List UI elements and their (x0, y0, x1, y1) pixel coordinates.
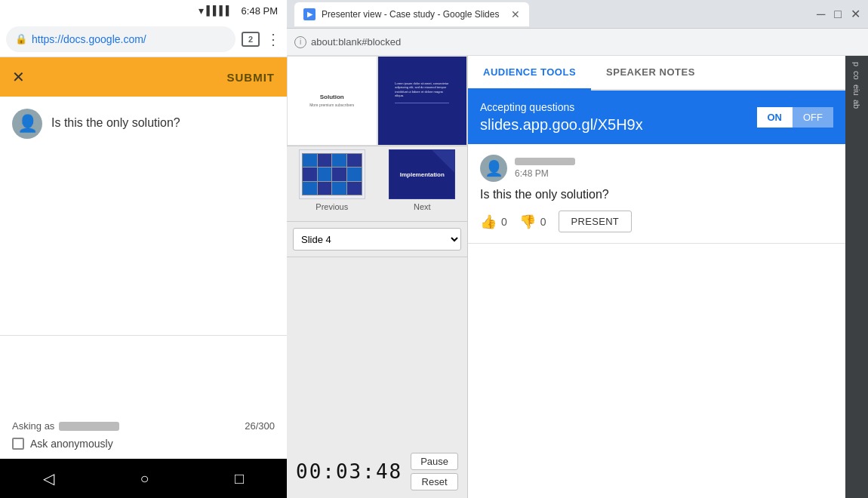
close-button[interactable]: ✕ (12, 68, 25, 86)
avatar: 👤 (12, 109, 42, 139)
slide-content-blue: Lorem ipsum dolor sit amet, consectetur … (392, 78, 452, 124)
info-icon: i (294, 36, 306, 48)
slide-selector-row: Slide 4 (287, 222, 467, 257)
tab-favicon: ▶ (303, 8, 315, 20)
previous-slide-label: Previous (315, 202, 348, 211)
impl-shape (432, 150, 454, 173)
char-divider (0, 335, 287, 336)
phone-app-bar: ✕ SUBMIT (0, 57, 287, 97)
menu-dots-button[interactable]: ⋮ (266, 30, 281, 48)
question-text-input[interactable]: Is this the only solution? (51, 109, 180, 131)
signal-icon: ▌▌▌▌ (207, 5, 232, 16)
q-meta: 6:48 PM (515, 158, 575, 179)
phone-chrome-bar: 🔒 https://docs.google.com/ 2 ⋮ (0, 21, 287, 57)
next-slide-label: Next (414, 202, 431, 211)
q-time: 6:48 PM (515, 168, 575, 179)
chrome-window-controls: ─ □ ✕ (817, 7, 860, 21)
ask-anonymously-label: Ask anonymously (30, 438, 113, 450)
minimize-button[interactable]: ─ (817, 8, 825, 21)
thumbs-down-icon[interactable]: 👎 (519, 214, 536, 230)
asking-row: Asking as 26/300 (12, 420, 275, 432)
top-slides: Solution More premium subscribers Lorem … (287, 56, 467, 146)
phone-content: 👤 Is this the only solution? (0, 97, 287, 411)
accepting-label: Accepting questions (480, 101, 643, 113)
status-icons: ▾ ▌▌▌▌ (199, 5, 232, 17)
ask-anonymously-checkbox[interactable] (12, 438, 24, 450)
thumbs-up-icon[interactable]: 👍 (480, 214, 497, 230)
slide-thumbnails: Solution More premium subscribers Lorem … (287, 56, 467, 445)
tab-audience-tools[interactable]: AUDIENCE TOOLS (468, 56, 591, 91)
pause-button[interactable]: Pause (411, 453, 458, 470)
downvote-group[interactable]: 👎 0 (519, 214, 546, 230)
timer-display: 00:03:48 (296, 460, 402, 483)
question-item: 👤 6:48 PM Is this the only solution? 👍 0 (468, 144, 845, 244)
tab-badge[interactable]: 2 (242, 32, 260, 47)
phone-panel: ▾ ▌▌▌▌ 6:48 PM 🔒 https://docs.google.com… (0, 0, 287, 498)
tab-close-icon[interactable]: ✕ (511, 8, 520, 20)
address-text[interactable]: about:blank#blocked (311, 36, 401, 48)
q-avatar-icon: 👤 (485, 159, 503, 177)
q-avatar: 👤 (480, 155, 507, 182)
recents-nav-icon[interactable]: □ (235, 470, 244, 487)
slide-subtitle: More premium subscribers (309, 103, 354, 108)
slide-panel: Solution More premium subscribers Lorem … (287, 56, 468, 498)
chrome-tab[interactable]: ▶ Presenter view - Case study - Google S… (294, 2, 529, 26)
toggle-on-button[interactable]: ON (757, 107, 793, 128)
chrome-title-bar: ▶ Presenter view - Case study - Google S… (287, 0, 868, 29)
submit-button[interactable]: SUBMIT (227, 71, 275, 84)
asking-name-blur (59, 422, 119, 431)
question-area: 👤 Is this the only solution? (12, 109, 275, 139)
upvote-count: 0 (501, 216, 507, 228)
timer-row: 00:03:48 Pause Reset (287, 445, 467, 498)
close-window-button[interactable]: ✕ (851, 7, 860, 21)
q-name-blur (515, 158, 575, 165)
avatar-icon: 👤 (17, 114, 38, 134)
accepting-info: Accepting questions slides.app.goo.gl/X5… (480, 101, 643, 134)
previous-slide-thumb[interactable]: Previous (287, 146, 377, 221)
reset-button[interactable]: Reset (411, 473, 458, 490)
url-text: https://docs.google.com/ (32, 33, 146, 45)
maximize-button[interactable]: □ (834, 8, 842, 21)
q-actions: 👍 0 👎 0 PRESENT (480, 211, 833, 232)
back-nav-icon[interactable]: ◁ (43, 469, 54, 487)
accepting-header: Accepting questions slides.app.goo.gl/X5… (468, 91, 845, 144)
timer-buttons: Pause Reset (411, 453, 458, 490)
slide-select[interactable]: Slide 4 (293, 228, 461, 251)
q-header: 👤 6:48 PM (480, 155, 833, 182)
home-nav-icon[interactable]: ○ (140, 470, 149, 487)
next-slide-thumb[interactable]: Implementation Next (377, 146, 468, 221)
phone-footer: Asking as 26/300 Ask anonymously (0, 411, 287, 459)
q-text: Is this the only solution? (480, 186, 833, 203)
next-slide-img: Implementation (389, 149, 455, 199)
chrome-main: Solution More premium subscribers Lorem … (287, 56, 868, 498)
downvote-count: 0 (540, 216, 546, 228)
lock-icon: 🔒 (15, 33, 27, 45)
implementation-text: Implementation (400, 171, 445, 178)
prev-slide-img (299, 149, 365, 199)
bottom-slides: Previous Implementation Next (287, 146, 467, 222)
audience-panel: AUDIENCE TOOLS SPEAKER NOTES Accepting q… (468, 56, 845, 498)
chrome-address-bar: i about:blank#blocked (287, 29, 868, 56)
toggle-switch[interactable]: ON OFF (757, 107, 834, 128)
wifi-icon: ▾ (199, 5, 204, 17)
slide-content-white: Solution More premium subscribers (302, 78, 362, 124)
char-count: 26/300 (245, 420, 275, 432)
toggle-off-button[interactable]: OFF (793, 107, 833, 128)
slide-title: Solution (320, 94, 344, 100)
asking-as: Asking as (12, 420, 119, 432)
tab-label: Presenter view - Case study - Google Sli… (322, 9, 499, 20)
audience-tabs: AUDIENCE TOOLS SPEAKER NOTES (468, 56, 845, 91)
upvote-group[interactable]: 👍 0 (480, 214, 507, 230)
right-partial-text: p (852, 62, 861, 66)
tab-speaker-notes[interactable]: SPEAKER NOTES (591, 56, 710, 89)
phone-nav-bar: ◁ ○ □ (0, 459, 287, 498)
present-button[interactable]: PRESENT (559, 211, 633, 232)
status-time: 6:48 PM (242, 5, 278, 17)
anon-row: Ask anonymously (12, 438, 275, 450)
right-partial-sidebar: p co eiu ab (845, 56, 868, 498)
slide-thumb-white[interactable]: Solution More premium subscribers (287, 56, 377, 146)
slide-thumb-blue[interactable]: Lorem ipsum dolor sit amet, consectetur … (377, 56, 468, 146)
phone-status-bar: ▾ ▌▌▌▌ 6:48 PM (0, 0, 287, 21)
chrome-panel: ▶ Presenter view - Case study - Google S… (287, 0, 868, 498)
url-bar[interactable]: 🔒 https://docs.google.com/ (6, 26, 235, 52)
